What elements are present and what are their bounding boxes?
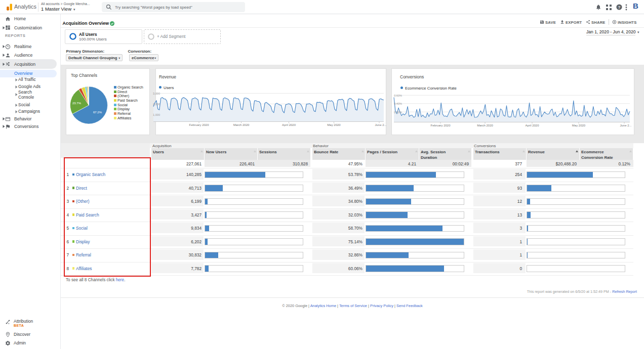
- svg-text:23.7%: 23.7%: [72, 102, 82, 105]
- svg-text:?: ?: [618, 5, 621, 10]
- svg-text:67.2%: 67.2%: [93, 111, 102, 114]
